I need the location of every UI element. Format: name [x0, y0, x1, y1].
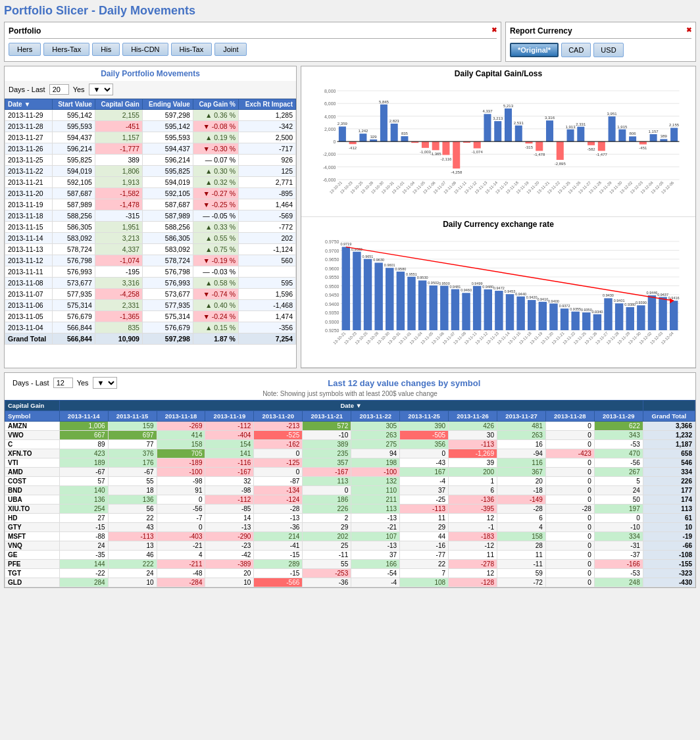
sym-val-5: 186 — [303, 495, 351, 505]
days-filter-input[interactable] — [49, 84, 69, 95]
row-date: 2013-11-20 — [5, 188, 53, 199]
sym-val-10: 0 — [545, 578, 594, 587]
sym-col-5: 2013-11-20 — [254, 411, 303, 422]
sym-val-0: 89 — [59, 440, 108, 449]
portfolio-btn-his-tax[interactable]: His-Tax — [171, 43, 213, 56]
sym-val-6: -13 — [351, 514, 400, 523]
svg-rect-139 — [353, 252, 361, 330]
sym-val-7: 37 — [400, 486, 449, 495]
portfolio-btn-his[interactable]: His — [92, 43, 120, 56]
portfolio-btn-joint[interactable]: Joint — [214, 43, 247, 56]
row-pct: ▲ 0.40 % — [193, 300, 238, 311]
sym-col-12: 2013-11-29 — [594, 411, 643, 422]
portfolio-filter-icon[interactable]: ✖ — [491, 26, 497, 36]
sym-col-date-group: Date ▼ — [59, 401, 643, 411]
sym-val-4: -213 — [254, 422, 303, 431]
portfolio-btn-hers-tax[interactable]: Hers-Tax — [43, 43, 89, 56]
sym-col-grand — [643, 401, 695, 411]
svg-rect-169 — [462, 293, 470, 330]
sym-val-11: -53 — [594, 569, 643, 578]
sym-val-1: 18 — [108, 486, 157, 495]
sym-val-8: 12 — [449, 514, 497, 523]
sym-val-8: 11 — [449, 551, 497, 560]
sym-val-2: -269 — [157, 422, 205, 431]
svg-rect-175 — [484, 289, 492, 330]
svg-text:0.9630: 0.9630 — [373, 258, 384, 262]
sym-val-2: 4 — [157, 551, 205, 560]
sym-val-12: 3,366 — [643, 422, 695, 431]
sym-val-4: -125 — [254, 458, 303, 468]
row-ending: 577,935 — [142, 300, 193, 311]
row-exch: 560 — [238, 255, 295, 266]
sym-val-1: 43 — [108, 523, 157, 532]
symbol-days-input[interactable] — [53, 378, 73, 388]
sym-symbol: PFE — [5, 560, 60, 569]
sym-val-6: -54 — [351, 569, 400, 578]
svg-rect-202 — [582, 312, 590, 330]
portfolio-btn-his-cdn[interactable]: His-CDN — [122, 43, 168, 56]
row-exch: -895 — [238, 188, 295, 199]
svg-text:4,337: 4,337 — [482, 109, 493, 113]
sym-val-11: -166 — [594, 560, 643, 569]
sym-val-4: -525 — [254, 431, 303, 440]
sym-symbol: TGT — [5, 569, 60, 578]
movement-row: 2013-11-12 576,798 -1,074 578,724 ▼ -0.1… — [5, 255, 296, 266]
symbol-days-dropdown[interactable]: ▼ — [93, 377, 117, 389]
currency-buttons: *Original* CAD USD — [510, 43, 691, 57]
sym-val-9: 116 — [497, 458, 545, 468]
currency-filter-icon[interactable]: ✖ — [686, 26, 691, 36]
row-pct: ▲ 0.33 % — [193, 222, 238, 233]
sym-val-0: 57 — [59, 477, 108, 486]
col-gain: Capital Gain — [95, 99, 142, 110]
symbol-days-label: Days - Last — [12, 379, 49, 387]
symbol-row: GLD28410-28410-566-36-4108-128-720248-43… — [5, 578, 695, 587]
movements-filter-bar: Days - Last Yes ▼ — [5, 81, 296, 99]
sym-symbol: C — [5, 440, 60, 449]
portfolio-btn-hers[interactable]: Hers — [9, 43, 41, 56]
sym-val-4: -41 — [254, 541, 303, 551]
sym-symbol: AMD — [5, 468, 60, 477]
sym-val-6: 275 — [351, 440, 400, 449]
sym-val-4: -13 — [254, 514, 303, 523]
sym-val-4: -162 — [254, 440, 303, 449]
row-exch: -342 — [238, 121, 295, 132]
page-container: Portfolio Slicer - Daily Movements Portf… — [0, 0, 700, 592]
svg-text:-1,478: -1,478 — [534, 153, 545, 157]
row-date: 2013-11-11 — [5, 266, 53, 278]
sym-val-3: -290 — [205, 532, 254, 541]
movement-row: 2013-11-19 587,989 -1,478 587,687 ▼ -0.2… — [5, 199, 296, 210]
movement-row: 2013-11-28 595,593 -451 595,142 ▼ -0.08 … — [5, 121, 296, 132]
gt-pct: 1.87 % — [193, 333, 238, 345]
svg-text:0.9410: 0.9410 — [537, 297, 548, 301]
row-exch: 1,464 — [238, 199, 295, 210]
svg-text:0.9446: 0.9446 — [647, 291, 658, 295]
row-pct: ▲ 0.58 % — [193, 278, 238, 289]
sym-val-1: 46 — [108, 551, 157, 560]
svg-text:13-12-04: 13-12-04 — [661, 331, 675, 345]
svg-text:0.9601: 0.9601 — [384, 263, 395, 267]
sym-val-0: 144 — [59, 560, 108, 569]
sym-val-6: 37 — [351, 551, 400, 560]
symbol-table: Capital Gain Date ▼ Symbol2013-11-142013… — [5, 400, 695, 587]
svg-rect-110 — [670, 128, 678, 141]
sym-val-4: -15 — [254, 569, 303, 578]
movement-row: 2013-11-05 576,679 -1,365 575,314 ▼ -0.2… — [5, 311, 296, 322]
row-pct: ▼ -0.27 % — [193, 188, 238, 199]
sym-val-10: 0 — [545, 486, 594, 495]
row-date: 2013-11-15 — [5, 222, 53, 233]
svg-text:0.9719: 0.9719 — [340, 242, 351, 246]
days-filter-dropdown[interactable]: ▼ — [89, 84, 113, 95]
currency-btn-usd[interactable]: USD — [593, 43, 623, 57]
svg-rect-62 — [505, 109, 512, 141]
row-start: 583,092 — [52, 233, 95, 244]
sym-val-6: 305 — [351, 422, 400, 431]
svg-text:-2,000: -2,000 — [323, 152, 336, 157]
sym-symbol: VWO — [5, 431, 60, 440]
row-date: 2013-11-29 — [5, 110, 53, 121]
currency-btn-cad[interactable]: CAD — [561, 43, 591, 57]
sym-val-3: -404 — [205, 431, 254, 440]
movement-row: 2013-11-13 578,724 4,337 583,092 ▲ 0.75 … — [5, 244, 296, 255]
svg-text:0.9350: 0.9350 — [325, 310, 339, 315]
currency-btn-original[interactable]: *Original* — [510, 43, 559, 57]
svg-text:0.9750: 0.9750 — [325, 239, 339, 244]
